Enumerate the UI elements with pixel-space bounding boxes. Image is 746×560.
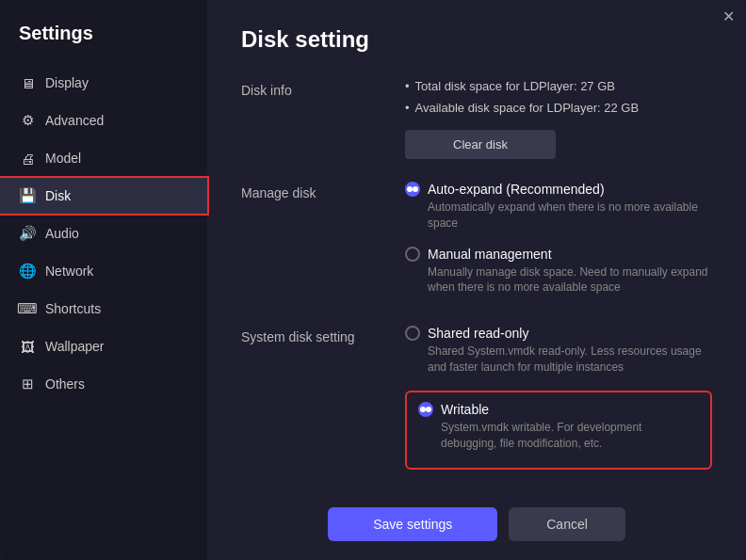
manage-disk-section: Manage disk Auto-expand (Recommended) Au… bbox=[241, 182, 712, 303]
sidebar-title: Settings bbox=[0, 15, 207, 63]
wallpaper-icon: 🖼 bbox=[19, 338, 36, 355]
audio-icon: 🔊 bbox=[19, 225, 36, 242]
sidebar-item-label: Others bbox=[45, 376, 85, 392]
shared-read-desc: Shared System.vmdk read-only. Less resou… bbox=[405, 344, 712, 376]
shortcuts-icon: ⌨ bbox=[19, 300, 36, 317]
auto-expand-radio[interactable] bbox=[405, 182, 420, 197]
main-content: Disk setting Disk info Total disk space … bbox=[207, 0, 746, 560]
writable-option: Writable System.vmdk writable. For devel… bbox=[418, 402, 699, 452]
sidebar-item-disk[interactable]: 💾 Disk bbox=[0, 178, 207, 214]
disk-info-section: Disk info Total disk space for LDPlayer:… bbox=[241, 79, 712, 159]
manual-label: Manual management bbox=[428, 247, 552, 262]
network-icon: 🌐 bbox=[19, 263, 36, 280]
sidebar-item-label: Model bbox=[45, 151, 81, 166]
sidebar-item-shortcuts[interactable]: ⌨ Shortcuts bbox=[0, 291, 207, 327]
model-icon: 🖨 bbox=[19, 150, 36, 167]
disk-info-label: Disk info bbox=[241, 79, 382, 159]
system-disk-label: System disk setting bbox=[241, 326, 382, 470]
writable-label: Writable bbox=[441, 402, 489, 417]
sidebar-item-others[interactable]: ⊞ Others bbox=[0, 366, 207, 402]
disk-info-content: Total disk space for LDPlayer: 27 GB Ava… bbox=[405, 79, 712, 159]
sidebar-item-label: Audio bbox=[45, 226, 79, 241]
save-button[interactable]: Save settings bbox=[328, 507, 497, 541]
system-disk-section: System disk setting Shared read-only Sha… bbox=[241, 326, 712, 470]
total-disk-space: Total disk space for LDPlayer: 27 GB bbox=[405, 79, 712, 93]
sidebar-item-label: Network bbox=[45, 264, 93, 279]
advanced-icon: ⚙ bbox=[19, 112, 36, 129]
sidebar-item-wallpaper[interactable]: 🖼 Wallpaper bbox=[0, 328, 207, 364]
shared-read-option: Shared read-only Shared System.vmdk read… bbox=[405, 326, 712, 376]
cancel-button[interactable]: Cancel bbox=[509, 507, 625, 541]
auto-expand-desc: Automatically expand when there is no mo… bbox=[405, 200, 712, 232]
sidebar: Settings 🖥 Display ⚙ Advanced 🖨 Model 💾 … bbox=[0, 0, 207, 560]
sidebar-item-display[interactable]: 🖥 Display bbox=[0, 65, 207, 101]
available-disk-space: Available disk space for LDPlayer: 22 GB bbox=[405, 101, 712, 115]
sidebar-item-audio[interactable]: 🔊 Audio bbox=[0, 216, 207, 251]
shared-read-radio[interactable] bbox=[405, 326, 420, 341]
writable-desc: System.vmdk writable. For development de… bbox=[418, 420, 699, 452]
sidebar-item-advanced[interactable]: ⚙ Advanced bbox=[0, 103, 207, 138]
auto-expand-option: Auto-expand (Recommended) Automatically … bbox=[405, 182, 712, 232]
page-title: Disk setting bbox=[241, 26, 712, 53]
sidebar-item-label: Wallpaper bbox=[45, 339, 105, 354]
others-icon: ⊞ bbox=[19, 376, 36, 392]
close-button[interactable]: ✕ bbox=[722, 8, 735, 25]
clear-disk-button[interactable]: Clear disk bbox=[405, 130, 556, 159]
system-disk-content: Shared read-only Shared System.vmdk read… bbox=[405, 326, 712, 470]
manual-radio[interactable] bbox=[405, 247, 420, 262]
sidebar-item-label: Disk bbox=[45, 188, 71, 203]
sidebar-item-label: Shortcuts bbox=[45, 301, 101, 316]
manual-management-option: Manual management Manually manage disk s… bbox=[405, 247, 712, 296]
manual-desc: Manually manage disk space. Need to manu… bbox=[405, 264, 712, 296]
manage-disk-label: Manage disk bbox=[241, 182, 382, 303]
disk-icon: 💾 bbox=[19, 187, 36, 204]
writable-radio[interactable] bbox=[418, 402, 433, 417]
sidebar-item-label: Display bbox=[45, 75, 89, 90]
sidebar-item-network[interactable]: 🌐 Network bbox=[0, 253, 207, 289]
manage-disk-content: Auto-expand (Recommended) Automatically … bbox=[405, 182, 712, 303]
auto-expand-label: Auto-expand (Recommended) bbox=[428, 182, 605, 197]
settings-dialog: ✕ Settings 🖥 Display ⚙ Advanced 🖨 Model … bbox=[0, 0, 746, 560]
footer: Save settings Cancel bbox=[241, 492, 712, 541]
sidebar-item-model[interactable]: 🖨 Model bbox=[0, 140, 207, 176]
display-icon: 🖥 bbox=[19, 74, 36, 91]
writable-box: Writable System.vmdk writable. For devel… bbox=[405, 391, 712, 471]
sidebar-item-label: Advanced bbox=[45, 113, 104, 128]
shared-read-label: Shared read-only bbox=[428, 326, 528, 341]
